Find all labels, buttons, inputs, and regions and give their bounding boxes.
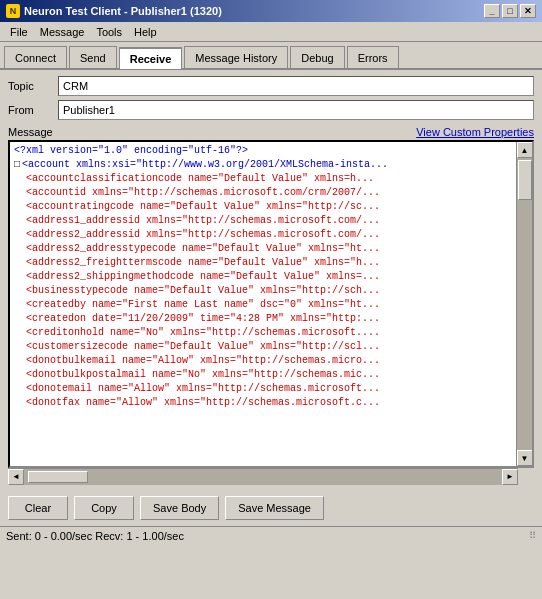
xml-line: <creditonhold name="No" xmlns="http://sc… [14,326,512,340]
resize-grip: ⠿ [529,530,536,541]
xml-line: <donotemail name="Allow" xmlns="http://s… [14,382,512,396]
tab-send[interactable]: Send [69,46,117,68]
xml-line: <businesstypecode name="Default Value" x… [14,284,512,298]
horizontal-scrollbar[interactable]: ◄ ► [8,468,518,484]
xml-line: <address2_addressid xmlns="http://schema… [14,228,512,242]
clear-button[interactable]: Clear [8,496,68,520]
tab-connect[interactable]: Connect [4,46,67,68]
status-bar: Sent: 0 - 0.00/sec Recv: 1 - 1.00/sec ⠿ [0,526,542,544]
topic-row: Topic [8,76,534,96]
view-custom-properties-link[interactable]: View Custom Properties [416,126,534,138]
buttons-row: Clear Copy Save Body Save Message [0,490,542,526]
toolbar: Connect Send Receive Message History Deb… [0,42,542,70]
title-bar-title: N Neuron Test Client - Publisher1 (1320) [6,4,222,18]
message-header: Message View Custom Properties [8,126,534,138]
topic-input[interactable] [58,76,534,96]
xml-line: <address2_addresstypecode name="Default … [14,242,512,256]
hscroll-thumb[interactable] [28,471,88,483]
xml-line: <address2_shippingmethodcode name="Defau… [14,270,512,284]
xml-line: <accountclassificationcode name="Default… [14,172,512,186]
scrollbar-corner [518,468,534,484]
tab-errors[interactable]: Errors [347,46,399,68]
xml-line: <accountid xmlns="http://schemas.microso… [14,186,512,200]
scroll-down-arrow[interactable]: ▼ [517,450,533,466]
xml-content-area[interactable]: <?xml version="1.0" encoding="utf-16"?> … [8,140,534,468]
minimize-button[interactable]: _ [484,4,500,18]
tab-message-history[interactable]: Message History [184,46,288,68]
xml-line: <createdon date="11/20/2009" time="4:28 … [14,312,512,326]
menu-bar: File Message Tools Help [0,22,542,42]
xml-line: <address1_addressid xmlns="http://schema… [14,214,512,228]
save-message-button[interactable]: Save Message [225,496,324,520]
from-row: From [8,100,534,120]
hscroll-track[interactable] [24,469,502,485]
menu-tools[interactable]: Tools [90,23,128,41]
topic-label: Topic [8,80,58,92]
status-text: Sent: 0 - 0.00/sec Recv: 1 - 1.00/sec [6,530,184,542]
from-input[interactable] [58,100,534,120]
xml-line: <address2_freighttermscode name="Default… [14,256,512,270]
xml-line: □<account xmlns:xsi="http://www.w3.org/2… [14,158,512,172]
menu-help[interactable]: Help [128,23,163,41]
scroll-up-arrow[interactable]: ▲ [517,142,533,158]
xml-line: <donotbulkpostalmail name="No" xmlns="ht… [14,368,512,382]
tab-receive[interactable]: Receive [119,47,183,69]
tab-debug[interactable]: Debug [290,46,344,68]
scroll-track[interactable] [517,158,533,450]
scroll-left-arrow[interactable]: ◄ [8,469,24,485]
horizontal-scrollbar-container: ◄ ► [8,468,534,484]
menu-message[interactable]: Message [34,23,91,41]
save-body-button[interactable]: Save Body [140,496,219,520]
scroll-thumb[interactable] [518,160,532,200]
menu-file[interactable]: File [4,23,34,41]
app-icon: N [6,4,20,18]
vertical-scrollbar[interactable]: ▲ ▼ [516,142,532,466]
maximize-button[interactable]: □ [502,4,518,18]
close-button[interactable]: ✕ [520,4,536,18]
copy-button[interactable]: Copy [74,496,134,520]
title-bar-controls: _ □ ✕ [484,4,536,18]
title-bar: N Neuron Test Client - Publisher1 (1320)… [0,0,542,22]
xml-line: <createdby name="First name Last name" d… [14,298,512,312]
message-label: Message [8,126,53,138]
app-title: Neuron Test Client - Publisher1 (1320) [24,5,222,17]
xml-line: <donotfax name="Allow" xmlns="http://sch… [14,396,512,410]
xml-line: <?xml version="1.0" encoding="utf-16"?> [14,144,512,158]
scroll-right-arrow[interactable]: ► [502,469,518,485]
main-content: Topic From Message View Custom Propertie… [0,70,542,490]
xml-scroll-area: <?xml version="1.0" encoding="utf-16"?> … [10,142,516,466]
xml-line: <accountratingcode name="Default Value" … [14,200,512,214]
xml-line: <donotbulkemail name="Allow" xmlns="http… [14,354,512,368]
from-label: From [8,104,58,116]
xml-line: <customersizecode name="Default Value" x… [14,340,512,354]
